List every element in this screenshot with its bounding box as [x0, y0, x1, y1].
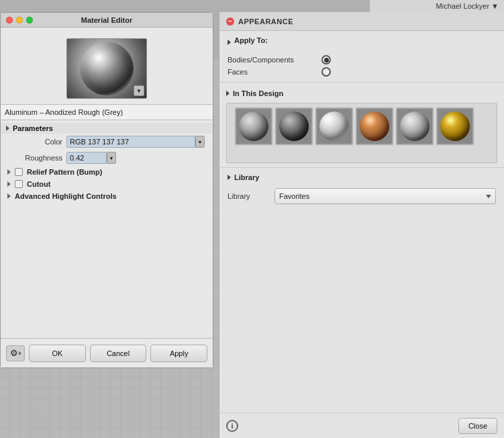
panel-title-bar: Material Editor — [1, 13, 213, 28]
bodies-row: Bodies/Components — [228, 54, 496, 66]
thumb-sphere-1 — [236, 109, 271, 144]
material-editor-panel: Material Editor ▼ Aluminum – Anodized Ro… — [0, 12, 213, 368]
preview-sphere — [80, 42, 134, 95]
library-row: Library Favorites — [228, 188, 496, 204]
faces-radio[interactable] — [321, 67, 331, 77]
cutout-label: Cutout — [27, 180, 50, 188]
appearance-panel: − APPEARANCE Apply To: Bodies/Components… — [219, 12, 504, 438]
thumbnail-3[interactable] — [315, 107, 353, 145]
thumbnail-6[interactable] — [436, 107, 474, 145]
sphere-copper-icon — [360, 112, 389, 141]
sphere-gold-icon — [440, 112, 470, 141]
thumbnails-grid — [226, 103, 497, 163]
sphere-dark-icon — [279, 112, 309, 141]
roughness-param-row: Roughness 0.42 ▼ — [1, 150, 213, 166]
cutout-row: Cutout — [1, 178, 213, 190]
thumbnail-1[interactable] — [235, 107, 272, 145]
color-label: Color — [9, 138, 62, 146]
in-design-section: In This Design — [219, 83, 504, 167]
appearance-header: − APPEARANCE — [219, 12, 504, 31]
advanced-row: Advanced Highlight Controls — [1, 190, 213, 202]
apply-button[interactable]: Apply — [150, 345, 207, 362]
in-design-toggle-row[interactable]: In This Design — [219, 87, 504, 100]
relief-checkbox[interactable] — [15, 168, 23, 176]
dropdown-arrow-icon — [486, 195, 491, 198]
sphere-bright-icon — [319, 112, 349, 141]
maximize-traffic-light[interactable] — [26, 17, 33, 24]
cutout-triangle-icon — [7, 181, 11, 187]
sphere-grey-icon — [239, 112, 268, 141]
cutout-checkbox[interactable] — [15, 180, 23, 188]
library-dropdown[interactable]: Favorites — [274, 188, 496, 204]
advanced-label: Advanced Highlight Controls — [15, 192, 117, 200]
relief-label: Relief Pattern (Bump) — [27, 168, 102, 176]
library-label: Library — [228, 192, 268, 200]
thumb-sphere-5 — [397, 109, 432, 144]
library-section-label: Library — [234, 173, 259, 181]
info-icon[interactable]: i — [226, 420, 238, 432]
apply-to-triangle-icon — [228, 40, 231, 45]
params-section: Parameters Color RGB 137 137 137 ▼ Rough… — [1, 120, 213, 338]
roughness-dropdown-arrow[interactable]: ▼ — [107, 152, 116, 164]
gear-dropdown-icon — [19, 351, 21, 355]
thumbnail-2[interactable] — [275, 107, 313, 145]
advanced-triangle-icon — [7, 193, 11, 199]
thumb-sphere-6 — [438, 109, 472, 144]
thumb-sphere-2 — [276, 109, 311, 144]
faces-label: Faces — [228, 68, 315, 76]
thumb-sphere-4 — [357, 109, 392, 144]
params-label: Parameters — [13, 124, 53, 132]
radio-inner-icon — [324, 58, 329, 62]
user-topbar: Michael Lockyer ▼ — [370, 0, 504, 12]
bodies-label: Bodies/Components — [228, 56, 315, 64]
sphere-silver-icon — [400, 112, 430, 141]
library-section-header[interactable]: Library — [228, 173, 496, 181]
minimize-traffic-light[interactable] — [16, 17, 23, 24]
library-value: Favorites — [279, 192, 309, 200]
close-traffic-light[interactable] — [6, 17, 13, 24]
bodies-radio[interactable] — [321, 55, 331, 64]
thumbnail-4[interactable] — [356, 107, 393, 145]
cancel-button[interactable]: Cancel — [90, 345, 147, 362]
color-dropdown-arrow[interactable]: ▼ — [195, 136, 205, 148]
material-name-bar: Aluminum – Anodized Rough (Grey) — [1, 104, 213, 120]
params-section-header[interactable]: Parameters — [1, 123, 213, 134]
params-triangle-icon — [6, 126, 9, 131]
roughness-label: Roughness — [9, 154, 62, 162]
thumbnail-5[interactable] — [396, 107, 434, 145]
relief-pattern-row: Relief Pattern (Bump) — [1, 166, 213, 178]
material-name: Aluminum – Anodized Rough (Grey) — [5, 108, 123, 116]
appearance-title: APPEARANCE — [238, 17, 293, 26]
color-value[interactable]: RGB 137 137 137 — [66, 136, 195, 148]
roughness-value[interactable]: 0.42 — [66, 152, 107, 164]
right-panel-bottom: i Close — [219, 412, 504, 438]
material-preview: ▼ — [66, 38, 147, 99]
apply-to-section: Apply To: Bodies/Components Faces — [219, 31, 504, 83]
panel-title: Material Editor — [81, 16, 132, 24]
username-label[interactable]: Michael Lockyer ▼ — [436, 2, 499, 10]
in-design-label: In This Design — [233, 89, 283, 97]
color-param-row: Color RGB 137 137 137 ▼ — [1, 134, 213, 150]
apply-to-label: Apply To: — [234, 36, 268, 44]
library-triangle-icon — [228, 175, 231, 180]
faces-row: Faces — [228, 66, 496, 78]
bottom-buttons: ⚙ OK Cancel Apply — [1, 338, 213, 367]
in-design-triangle-icon — [226, 91, 230, 96]
minus-icon[interactable]: − — [226, 17, 234, 26]
library-section: Library Library Favorites — [219, 167, 504, 210]
traffic-lights — [6, 17, 33, 24]
thumb-sphere-3 — [317, 109, 352, 144]
preview-dropdown-btn[interactable]: ▼ — [134, 85, 144, 96]
ok-button[interactable]: OK — [29, 345, 86, 362]
relief-triangle-icon — [7, 169, 11, 175]
gear-button[interactable]: ⚙ — [6, 345, 25, 361]
close-button[interactable]: Close — [458, 418, 497, 434]
